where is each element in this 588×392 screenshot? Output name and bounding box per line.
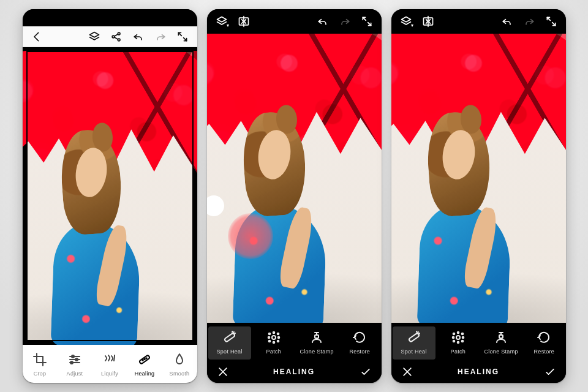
tool-smooth[interactable]: Smooth (162, 349, 197, 382)
tool-label: Clone Stamp (300, 349, 333, 355)
clone-stamp-icon (309, 330, 324, 346)
tool-healing[interactable]: Healing (127, 349, 162, 382)
adjust-icon (67, 352, 82, 368)
liquify-icon (102, 352, 117, 368)
tool-liquify[interactable]: Liquify (92, 349, 127, 382)
share-button[interactable] (108, 28, 125, 45)
tool-crop[interactable]: Crop (23, 349, 58, 382)
confirm-button[interactable] (541, 363, 559, 380)
tool-label: Spot Heal (217, 349, 243, 355)
edited-photo (26, 51, 194, 341)
tool-label: Smooth (170, 371, 190, 377)
fullscreen-button[interactable] (358, 13, 375, 30)
fullscreen-button[interactable] (174, 28, 191, 45)
tool-adjust[interactable]: Adjust (58, 349, 92, 382)
tool-spot-heal[interactable]: Spot Heal (208, 326, 251, 360)
tool-label: Patch (266, 349, 282, 355)
tools-toolbar: Crop Adjust Liquify Healing Smooth (23, 345, 197, 383)
smooth-icon (172, 352, 187, 368)
layers-button[interactable] (86, 28, 103, 45)
tool-label: Adjust (67, 371, 83, 377)
compare-button[interactable] (235, 13, 252, 30)
healing-icon (137, 352, 152, 368)
healing-toolbar: Spot Heal Patch Clone Stamp Restore (207, 323, 382, 361)
layers-button[interactable]: ▾ (398, 13, 415, 30)
heal-brush-mark (228, 213, 273, 260)
cancel-button[interactable] (214, 363, 232, 380)
confirm-button[interactable] (357, 363, 374, 380)
fullscreen-button[interactable] (543, 13, 560, 30)
patch-icon (266, 330, 281, 346)
crop-icon (32, 352, 47, 368)
clone-stamp-icon (494, 330, 508, 346)
tool-restore[interactable]: Restore (338, 326, 381, 360)
image-canvas[interactable] (207, 34, 382, 323)
edited-photo (207, 34, 382, 323)
image-canvas[interactable] (23, 47, 197, 345)
mode-title: HEALING (232, 368, 357, 376)
redo-button[interactable] (152, 28, 169, 45)
tool-clone-stamp[interactable]: Clone Stamp (480, 326, 522, 360)
redo-button[interactable] (336, 13, 353, 30)
back-button[interactable] (29, 28, 46, 45)
redo-button[interactable] (521, 13, 538, 30)
tool-label: Spot Heal (401, 349, 427, 355)
restore-icon (537, 330, 551, 346)
phone-healing-result: ▾ Spot Heal Patch Clone Stamp (391, 9, 566, 383)
compare-button[interactable] (420, 13, 437, 30)
phone-editor-main: Crop Adjust Liquify Healing Smooth (23, 9, 197, 383)
undo-button[interactable] (130, 28, 147, 45)
patch-icon (451, 330, 466, 346)
cancel-button[interactable] (399, 363, 416, 380)
restore-icon (352, 330, 367, 346)
tool-label: Restore (534, 349, 555, 355)
tool-label: Healing (135, 371, 155, 377)
layers-button[interactable]: ▾ (213, 13, 230, 30)
image-canvas[interactable] (391, 34, 566, 323)
tool-label: Restore (350, 349, 371, 355)
undo-button[interactable] (314, 13, 331, 30)
top-toolbar: ▾ (207, 9, 382, 34)
tool-label: Patch (451, 349, 466, 355)
healing-toolbar: Spot Heal Patch Clone Stamp Restore (391, 323, 566, 361)
top-toolbar: ▾ (391, 9, 566, 34)
tool-clone-stamp[interactable]: Clone Stamp (295, 326, 338, 360)
tool-patch[interactable]: Patch (252, 326, 295, 360)
mode-title: HEALING (416, 368, 541, 376)
tool-spot-heal[interactable]: Spot Heal (393, 326, 435, 360)
tool-patch[interactable]: Patch (437, 326, 480, 360)
tool-label: Clone Stamp (484, 349, 518, 355)
undo-button[interactable] (499, 13, 516, 30)
edited-photo (391, 34, 566, 323)
chevron-down-icon: ▾ (227, 23, 229, 28)
statusbar (23, 9, 197, 26)
top-toolbar (23, 26, 197, 47)
tool-label: Liquify (101, 371, 118, 377)
mode-confirm-bar: HEALING (391, 361, 566, 383)
spot-heal-icon (222, 330, 237, 346)
spot-heal-icon (407, 330, 421, 346)
chevron-down-icon: ▾ (411, 23, 413, 28)
mode-confirm-bar: HEALING (207, 361, 382, 383)
tool-label: Crop (34, 371, 47, 377)
tool-restore[interactable]: Restore (522, 326, 565, 360)
phone-healing-inprogress: ▾ Spot Heal Patch Clone Stamp (207, 9, 382, 383)
